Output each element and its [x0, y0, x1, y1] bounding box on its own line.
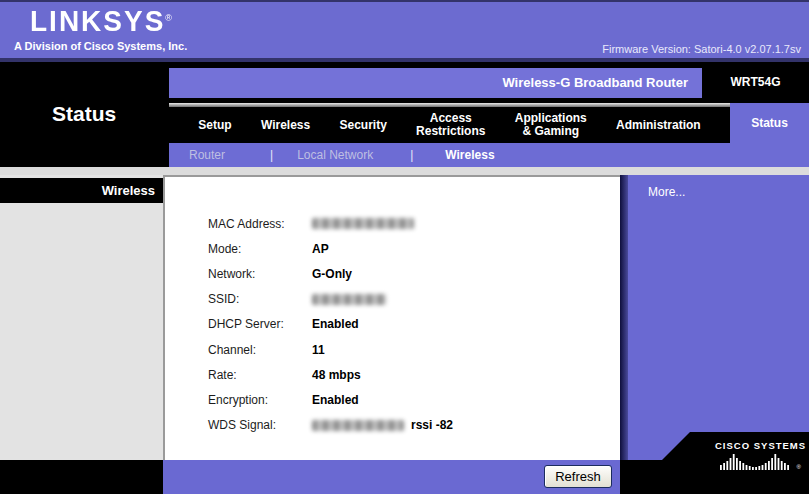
subnav-separator: |: [410, 148, 413, 162]
field-label: Network:: [208, 267, 312, 281]
status-row: Mode:AP: [165, 236, 620, 261]
sidebar-body: [0, 175, 163, 460]
tab-status-active[interactable]: Status: [730, 103, 809, 143]
status-row: Rate:48 mbps: [165, 362, 620, 387]
status-row: Encryption:Enabled: [165, 387, 620, 412]
field-label: Channel:: [208, 343, 312, 357]
status-row: MAC Address:: [165, 211, 620, 236]
field-label: SSID:: [208, 292, 312, 306]
cisco-systems-logo: Cisco Systems ®: [715, 440, 795, 470]
top-border-line: [0, 0, 809, 2]
content-top-strip: [0, 167, 809, 175]
tab-access-restrictions[interactable]: Access Restrictions: [416, 112, 485, 138]
field-label: DHCP Server:: [208, 317, 312, 331]
tab-security[interactable]: Security: [339, 119, 386, 132]
subnav-wireless-active[interactable]: Wireless: [445, 148, 494, 162]
cisco-brand-text: Cisco Systems: [715, 440, 795, 451]
field-value: Enabled: [312, 393, 359, 407]
tab-applications-gaming[interactable]: Applications & Gaming: [515, 112, 587, 138]
sidebar-header: Status: [0, 62, 169, 167]
router-admin-page: LINKSYS® A Division of Cisco Systems, In…: [0, 0, 809, 494]
linksys-wordmark: LINKSYS: [30, 5, 165, 38]
status-row: SSID:: [165, 287, 620, 312]
refresh-button[interactable]: Refresh: [544, 465, 612, 488]
field-label: Mode:: [208, 242, 312, 256]
subnav-router[interactable]: Router: [189, 148, 225, 162]
redacted-ssid: [312, 294, 386, 305]
status-row: Channel:11: [165, 337, 620, 362]
field-value: G-Only: [312, 267, 352, 281]
subnav-separator: |: [270, 148, 273, 162]
field-label: MAC Address:: [208, 217, 312, 231]
field-value: AP: [312, 242, 329, 256]
section-label-wireless: Wireless: [0, 178, 163, 203]
redacted-wds-address: [312, 420, 404, 431]
header: LINKSYS® A Division of Cisco Systems, In…: [0, 0, 809, 58]
redacted-mac-address: [312, 218, 414, 229]
registered-mark-icon: ®: [165, 12, 172, 23]
main-nav: Setup Wireless Security Access Restricti…: [169, 107, 730, 143]
sub-nav: Router | Local Network | Wireless: [169, 143, 809, 167]
linksys-logo: LINKSYS®: [30, 5, 172, 39]
field-label: Rate:: [208, 368, 312, 382]
tab-setup[interactable]: Setup: [198, 119, 231, 132]
subnav-local-network[interactable]: Local Network: [297, 148, 373, 162]
page-title: Status: [52, 102, 116, 126]
field-value: 11: [312, 343, 325, 357]
field-value: 48 mbps: [312, 368, 361, 382]
field-value: rssi -82: [411, 418, 453, 432]
tab-wireless[interactable]: Wireless: [261, 119, 310, 132]
firmware-version: Firmware Version: Satori-4.0 v2.07.1.7sv: [602, 43, 801, 55]
sidebar-footer: [0, 460, 163, 494]
registered-mark-icon: ®: [797, 464, 801, 470]
more-link[interactable]: More...: [648, 185, 685, 199]
status-row: DHCP Server:Enabled: [165, 312, 620, 337]
product-name: Wireless-G Broadband Router: [105, 68, 702, 98]
cisco-division-tagline: A Division of Cisco Systems, Inc.: [14, 40, 187, 52]
status-row: Network:G-Only: [165, 261, 620, 286]
content-help-divider: [620, 175, 628, 460]
model-badge: WRT54G: [702, 62, 809, 103]
status-row: WDS Signal:rssi -82: [165, 413, 620, 438]
status-panel: MAC Address: Mode:AP Network:G-Only SSID…: [163, 175, 620, 460]
cisco-bridge-icon: [719, 452, 791, 470]
action-bar: Refresh: [163, 460, 620, 494]
field-value: Enabled: [312, 317, 359, 331]
tab-administration[interactable]: Administration: [616, 119, 701, 132]
field-label: Encryption:: [208, 393, 312, 407]
field-label: WDS Signal:: [208, 418, 312, 432]
